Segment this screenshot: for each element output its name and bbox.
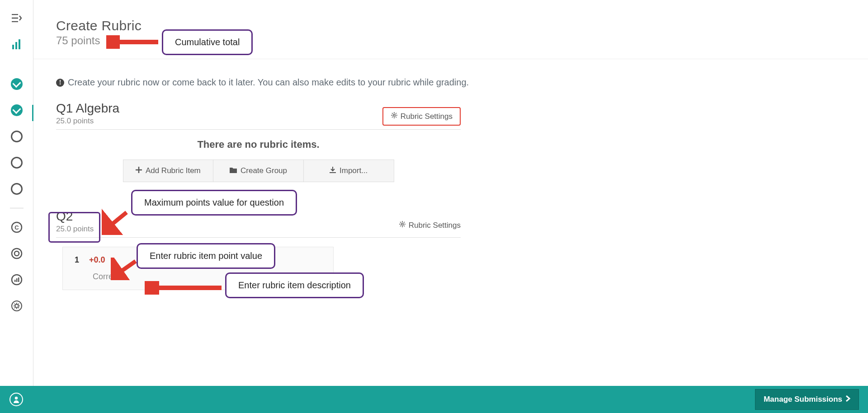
info-icon: !	[56, 79, 64, 87]
stats-circle-icon[interactable]	[8, 271, 26, 289]
create-group-label: Create Group	[241, 166, 287, 175]
svg-line-17	[14, 304, 15, 305]
question-block-q1: Q1 Algebra 25.0 points Rubric Settings T…	[56, 101, 461, 182]
svg-line-18	[18, 307, 19, 308]
gear-icon[interactable]	[8, 297, 26, 315]
step-check-1-icon[interactable]	[8, 75, 26, 93]
svg-line-19	[14, 307, 15, 308]
svg-rect-8	[14, 280, 16, 282]
svg-point-43	[15, 397, 18, 399]
svg-line-36	[404, 225, 405, 226]
svg-line-29	[396, 113, 396, 114]
arrow-icon	[111, 258, 138, 280]
annotation-item-points: Enter rubric item point value	[137, 243, 275, 269]
annotation-item-desc: Enter rubric item description	[225, 272, 364, 298]
import-label: Import...	[340, 166, 368, 175]
rubric-item-index: 1	[75, 255, 79, 265]
rubric-settings-button-q1[interactable]: Rubric Settings	[382, 107, 461, 126]
svg-point-11	[12, 301, 22, 311]
arrow-icon	[145, 281, 224, 295]
svg-rect-1	[15, 42, 17, 49]
svg-line-20	[18, 304, 19, 305]
target-icon[interactable]	[8, 244, 26, 263]
svg-line-35	[400, 222, 401, 223]
svg-point-6	[14, 251, 19, 256]
svg-line-41	[116, 261, 136, 275]
rubric-settings-label: Rubric Settings	[401, 112, 453, 121]
sidebar-divider	[10, 208, 24, 208]
copyright-icon[interactable]: C	[8, 218, 26, 236]
step-check-2-icon[interactable]	[8, 101, 26, 119]
no-rubric-items-text: There are no rubric items.	[56, 139, 461, 150]
info-bar: ! Create your rubric now or come back to…	[56, 77, 868, 88]
bottom-bar: Manage Submissions	[0, 386, 868, 413]
user-icon[interactable]	[9, 393, 23, 406]
stats-icon[interactable]	[8, 35, 26, 53]
step-circle-4-icon[interactable]	[8, 154, 26, 172]
svg-line-37	[400, 225, 401, 226]
svg-rect-0	[12, 45, 14, 49]
add-rubric-item-button[interactable]: Add Rubric Item	[123, 160, 214, 182]
plus-icon	[136, 166, 142, 175]
sidebar: C	[0, 0, 33, 413]
create-group-button[interactable]: Create Group	[213, 160, 304, 182]
add-rubric-item-label: Add Rubric Item	[146, 166, 201, 175]
annotation-max-points: Maximum points value for question	[131, 190, 297, 216]
svg-point-12	[15, 305, 18, 308]
svg-line-40	[107, 212, 127, 228]
arrow-icon	[102, 208, 129, 235]
q1-points: 25.0 points	[56, 117, 119, 126]
svg-point-21	[393, 114, 395, 116]
svg-rect-2	[19, 39, 20, 49]
svg-point-30	[401, 223, 403, 225]
q1-title: Q1 Algebra	[56, 101, 119, 116]
menu-toggle-icon[interactable]	[8, 9, 26, 27]
gear-icon	[399, 221, 406, 230]
import-button[interactable]: Import...	[304, 160, 394, 182]
svg-rect-9	[16, 278, 18, 282]
manage-submissions-button[interactable]: Manage Submissions	[755, 389, 859, 410]
info-text: Create your rubric now or come back to i…	[68, 77, 469, 88]
svg-line-27	[396, 117, 396, 117]
svg-point-5	[12, 249, 22, 258]
annotation-cumulative-total: Cumulative total	[162, 29, 253, 55]
arrow-icon	[106, 35, 160, 49]
annotation-q2-highlight-box	[48, 212, 100, 243]
download-icon	[330, 166, 336, 175]
rubric-settings-button-q2[interactable]: Rubric Settings	[399, 217, 461, 234]
svg-rect-10	[18, 277, 19, 282]
rubric-item-points[interactable]: +0.0	[89, 255, 105, 265]
scroll-area[interactable]: ! Create your rubric now or come back to…	[33, 59, 868, 386]
svg-line-26	[392, 113, 393, 114]
svg-line-38	[404, 222, 405, 223]
manage-submissions-label: Manage Submissions	[764, 395, 842, 404]
rubric-action-row: Add Rubric Item Create Group Import...	[123, 160, 394, 182]
chevron-right-icon	[846, 395, 850, 404]
step-circle-3-icon[interactable]	[8, 127, 26, 145]
rubric-settings-label: Rubric Settings	[409, 221, 461, 230]
folder-icon	[230, 166, 237, 175]
svg-text:C: C	[14, 224, 19, 231]
step-circle-5-icon[interactable]	[8, 180, 26, 198]
svg-line-28	[392, 117, 393, 117]
gear-icon	[391, 112, 398, 121]
